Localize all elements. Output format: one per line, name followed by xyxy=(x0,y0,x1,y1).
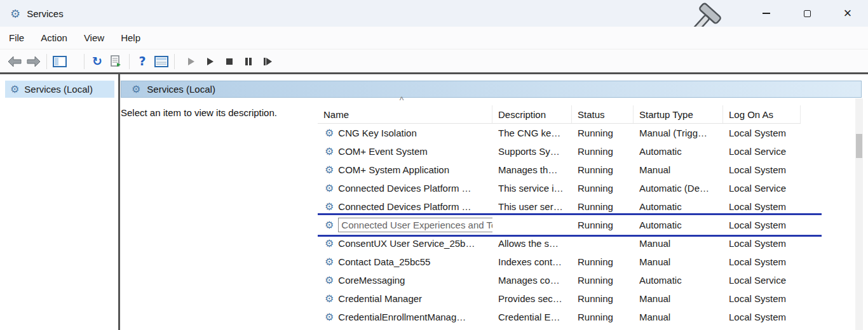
service-startup-type: Automatic xyxy=(634,201,723,212)
service-gear-icon: ⚙ xyxy=(325,145,334,157)
services-header-band: ⚙ Services (Local) xyxy=(121,81,862,98)
help-button[interactable]: ? xyxy=(133,53,152,70)
table-row[interactable]: ⚙ CNG Key Isolation CNG Key Isolation I … xyxy=(318,124,822,142)
service-description: The CNG ke… xyxy=(492,128,572,138)
menu-action[interactable]: Action xyxy=(32,27,76,49)
service-name: Credential Manager xyxy=(338,293,422,304)
service-name: CredentialEnrollmentManag… xyxy=(338,312,466,322)
service-startup-type: Manual xyxy=(634,312,723,322)
service-startup-type: Automatic xyxy=(634,275,723,286)
column-header-startup-type[interactable]: Startup Type xyxy=(634,105,723,123)
export-list-button[interactable] xyxy=(107,53,126,70)
service-gear-icon: ⚙ xyxy=(325,164,334,176)
show-console-tree-button[interactable] xyxy=(50,53,69,70)
menu-help[interactable]: Help xyxy=(112,27,149,49)
titlebar: ⚙ Services × xyxy=(0,0,868,27)
table-row[interactable]: ⚙ Connected Devices Platform … Connected… xyxy=(318,179,822,197)
minimize-icon xyxy=(763,13,770,14)
services-list: ^ Name Description Status Startup Type L… xyxy=(318,96,822,330)
table-row[interactable]: ⚙ Connected Devices Platform … Connected… xyxy=(318,197,822,216)
vertical-scrollbar[interactable] xyxy=(855,98,863,330)
resume-service-icon xyxy=(205,56,215,67)
menu-file[interactable]: File xyxy=(0,27,32,49)
column-header-description[interactable]: Description xyxy=(492,105,572,123)
pause-service-icon xyxy=(243,56,254,67)
service-status: Running xyxy=(572,293,634,304)
table-row[interactable]: ⚙ Credential Manager Credential Manager … xyxy=(318,289,822,308)
close-button[interactable]: × xyxy=(827,0,868,27)
start-service-button[interactable] xyxy=(182,53,201,70)
service-log-on-as: Local Service xyxy=(723,183,801,194)
service-log-on-as: Local Service xyxy=(723,146,801,157)
toolbar-separator xyxy=(129,54,130,69)
service-status: Running xyxy=(572,201,634,212)
forward-icon xyxy=(27,56,41,67)
service-description: This service i… xyxy=(492,183,572,194)
description-hint: Select an item to view its description. xyxy=(121,107,277,118)
minimize-button[interactable] xyxy=(746,0,787,27)
service-status: Running xyxy=(572,183,634,194)
scrollbar-thumb[interactable] xyxy=(856,134,862,158)
pause-service-button[interactable] xyxy=(239,53,258,70)
column-header-status[interactable]: Status xyxy=(572,105,634,123)
service-gear-icon: ⚙ xyxy=(325,182,334,194)
service-log-on-as: Local System xyxy=(723,220,801,230)
column-header-name[interactable]: Name xyxy=(318,105,492,123)
properties-button[interactable] xyxy=(152,53,171,70)
service-log-on-as: Local System xyxy=(723,293,801,304)
service-name: ConsentUX User Service_25b… xyxy=(338,238,475,249)
service-status: Running xyxy=(572,312,634,322)
export-list-icon xyxy=(110,55,123,68)
close-icon: × xyxy=(844,6,852,20)
service-gear-icon: ⚙ xyxy=(325,274,334,286)
table-row[interactable]: ⚙ COM+ Event System COM+ Event System I … xyxy=(318,142,822,161)
properties-icon xyxy=(154,56,168,67)
service-status: Running xyxy=(572,220,634,230)
column-header-log-on-as[interactable]: Log On As xyxy=(723,105,801,123)
restart-service-button[interactable] xyxy=(258,53,277,70)
table-row[interactable]: ⚙ CoreMessaging CoreMessaging I Manages … xyxy=(318,271,822,289)
sidebar-item-services-local[interactable]: ⚙ Services (Local) xyxy=(5,81,114,98)
rename-edit-box[interactable]: Connected User Experiences and Telemetry… xyxy=(338,218,492,232)
service-description: Credential E… xyxy=(492,312,572,322)
refresh-button[interactable]: ↻ xyxy=(88,53,107,70)
maximize-icon xyxy=(804,10,811,17)
service-description: Manages co… xyxy=(492,275,572,286)
service-startup-type: Manual (Trigg… xyxy=(634,128,723,138)
menu-view[interactable]: View xyxy=(76,27,112,49)
table-row[interactable]: ⚙ ConsentUX User Service_25b… ConsentUX … xyxy=(318,234,822,253)
table-row[interactable]: ⚙ Contact Data_25bc55 Contact Data_25bc5… xyxy=(318,253,822,271)
service-gear-icon: ⚙ xyxy=(325,293,334,305)
table-row[interactable]: ⚙ Connected User Experiences and Telemet… xyxy=(318,216,822,234)
service-name: Connected Devices Platform … xyxy=(338,201,471,212)
toolbar-separator xyxy=(174,54,175,69)
resume-service-button[interactable] xyxy=(201,53,220,70)
toolbar-separator xyxy=(84,54,85,69)
service-startup-type: Manual xyxy=(634,238,723,249)
forward-button[interactable] xyxy=(24,53,43,70)
table-row[interactable]: ⚙ COM+ System Application COM+ System Ap… xyxy=(318,161,822,179)
service-gear-icon: ⚙ xyxy=(325,127,334,139)
service-description: Supports Sy… xyxy=(492,146,572,157)
maximize-button[interactable] xyxy=(787,0,827,27)
service-name: Contact Data_25bc55 xyxy=(338,256,430,267)
sidebar-item-label: Services (Local) xyxy=(24,84,93,95)
table-row[interactable]: ⚙ I xyxy=(318,326,822,330)
app-gear-icon: ⚙ xyxy=(10,7,20,20)
table-row[interactable]: ⚙ CredentialEnrollmentManag… CredentialE… xyxy=(318,308,822,326)
service-startup-type: Manual xyxy=(634,164,723,175)
show-console-tree-icon xyxy=(53,56,67,67)
service-startup-type: Manual xyxy=(634,293,723,304)
service-description: Allows the s… xyxy=(492,238,572,249)
service-status: Running xyxy=(572,128,634,138)
stop-service-button[interactable] xyxy=(220,53,239,70)
service-status: Running xyxy=(572,146,634,157)
toolbar-separator xyxy=(46,54,47,69)
service-log-on-as: Local System xyxy=(723,238,801,249)
services-gear-icon: ⚙ xyxy=(132,83,140,95)
service-log-on-as: Local System xyxy=(723,128,801,138)
edit-name-text: Connected User Experiences and Telemetry xyxy=(341,220,492,230)
back-button[interactable] xyxy=(5,53,24,70)
stop-service-icon xyxy=(224,56,234,67)
service-gear-icon: ⚙ xyxy=(325,311,334,323)
